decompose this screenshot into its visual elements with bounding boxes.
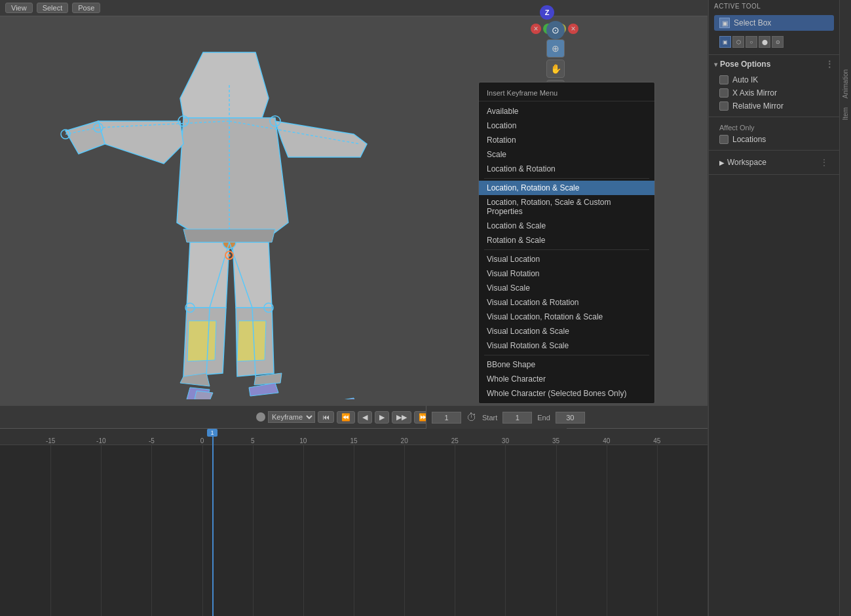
svg-marker-3	[66, 121, 105, 154]
next-frame-btn[interactable]: ▶▶	[392, 411, 411, 424]
menu-item-whole-character-selected[interactable]: Whole Character (Selected Bones Only)	[479, 386, 654, 401]
menu-item-visual-scale[interactable]: Visual Scale	[479, 281, 654, 295]
menu-item-location-rotation[interactable]: Location & Rotation	[479, 162, 654, 176]
menu-item-rotation-scale[interactable]: Rotation & Scale	[479, 233, 654, 247]
workspace-collapsible[interactable]: ▶ Workspace ⋮	[714, 154, 834, 170]
end-label: End	[537, 414, 550, 422]
auto-ik-checkbox[interactable]	[719, 75, 728, 84]
keyframe-type-select[interactable]: Keyframe	[268, 411, 315, 423]
timeline-marker-20: 20	[401, 437, 408, 444]
select-box-tool[interactable]: ▣ Select Box	[714, 15, 834, 31]
grid-line-0	[202, 445, 203, 616]
timeline-marker--5: -5	[149, 437, 155, 444]
menu-item-whole-character[interactable]: Whole Character	[479, 372, 654, 386]
prev-keyframe-btn[interactable]: ⏪	[337, 411, 355, 424]
menu-item-visual-location-rotation[interactable]: Visual Location & Rotation	[479, 295, 654, 310]
menu-item-scale[interactable]: Scale	[479, 147, 654, 162]
svg-marker-5	[187, 242, 229, 308]
menu-item-location-scale[interactable]: Location & Scale	[479, 219, 654, 233]
tool-grid-btn-4[interactable]: ⬤	[759, 36, 770, 48]
fullscreen-button[interactable]: ×	[568, 24, 578, 34]
timeline-marker-30: 30	[502, 437, 509, 444]
select-box-label: Select Box	[734, 18, 771, 27]
xaxis-mirror-label: X Axis Mirror	[732, 88, 777, 98]
timeline-marker--10: -10	[96, 437, 105, 444]
menu-item-location-rotation-scale-custom[interactable]: Location, Rotation, Scale & Custom Prope…	[479, 195, 654, 219]
close-button[interactable]: ×	[531, 24, 541, 34]
select-box-icon: ▣	[719, 18, 730, 28]
grid-line--5	[151, 445, 152, 616]
tool-grid-btn-2[interactable]: ⬡	[732, 36, 744, 48]
timeline-controls: Keyframe ⏮ ⏪ ◀ ▶ ▶▶ ⏩ ⏭	[0, 406, 708, 429]
relative-mirror-label: Relative Mirror	[732, 101, 784, 111]
timeline-marker-25: 25	[451, 437, 459, 444]
menu-separator	[484, 355, 649, 355]
active-tool-section: ▣ Select Box ▣ ⬡ ○ ⬤ ⊙	[709, 11, 839, 55]
prev-frame-btn[interactable]: ◀	[358, 411, 372, 424]
hand-tool[interactable]: ✋	[546, 60, 565, 78]
workspace-dots: ⋮	[820, 157, 829, 168]
timeline-marker-35: 35	[552, 437, 559, 444]
pose-options-collapse-icon: ▾	[714, 61, 717, 68]
grid-line-15	[354, 445, 354, 616]
tool-grid-btn-1[interactable]: ▣	[719, 36, 731, 48]
menu-item-visual-location[interactable]: Visual Location	[479, 252, 654, 266]
far-right-strip: Animation Item	[839, 0, 851, 616]
menu-item-visual-location-rotation-scale[interactable]: Visual Location, Rotation & Scale	[479, 310, 654, 324]
view-all-tool[interactable]: ⊕	[546, 39, 565, 58]
timeline-marker-40: 40	[603, 437, 610, 444]
current-frame-line	[212, 429, 214, 616]
end-frame-field[interactable]: 30	[556, 412, 585, 424]
menu-item-available[interactable]: Available	[479, 104, 654, 118]
viewport-pose-menu[interactable]: Pose	[72, 3, 100, 13]
relative-mirror-checkbox[interactable]	[719, 101, 728, 111]
xaxis-mirror-checkbox[interactable]	[719, 88, 728, 98]
auto-ik-row: Auto IK	[714, 73, 834, 86]
start-frame-field[interactable]: 1	[502, 412, 532, 424]
tool-grid: ▣ ⬡ ○ ⬤ ⊙	[714, 33, 834, 50]
timeline-marker--15: -15	[46, 437, 55, 444]
timeline-marker-15: 15	[350, 437, 357, 444]
xaxis-mirror-row: X Axis Mirror	[714, 86, 834, 100]
character-model	[39, 13, 419, 399]
workspace-arrow: ▶	[719, 159, 725, 166]
menu-item-visual-rotation-scale[interactable]: Visual Rotation & Scale	[479, 338, 654, 353]
grid-line-45	[657, 445, 658, 616]
viewport-view-menu[interactable]: View	[5, 3, 33, 13]
play-btn[interactable]: ▶	[375, 411, 389, 424]
tool-grid-btn-3[interactable]: ○	[746, 36, 757, 48]
svg-marker-2	[98, 121, 183, 164]
grid-line-30	[505, 445, 506, 616]
menu-item-visual-rotation[interactable]: Visual Rotation	[479, 266, 654, 281]
grid-line-25	[455, 445, 455, 616]
viewport-select-menu[interactable]: Select	[37, 3, 69, 13]
timeline-marker-10: 10	[299, 437, 307, 444]
menu-item-location-rotation-scale[interactable]: Location, Rotation & Scale	[479, 181, 654, 195]
svg-marker-0	[177, 118, 288, 242]
z-axis-orb[interactable]: Z	[540, 5, 554, 20]
menu-item-rotation[interactable]: Rotation	[479, 133, 654, 147]
menu-item-bbone-shape[interactable]: BBone Shape	[479, 357, 654, 372]
grid-line-35	[556, 445, 557, 616]
svg-marker-29	[249, 383, 278, 396]
start-label: Start	[482, 414, 497, 422]
tool-grid-btn-5[interactable]: ⊙	[772, 36, 784, 48]
menu-item-visual-location-scale[interactable]: Visual Location & Scale	[479, 324, 654, 338]
item-tab[interactable]: Item	[841, 103, 850, 124]
locations-checkbox[interactable]	[719, 135, 728, 144]
jump-start-btn[interactable]: ⏮	[318, 411, 334, 423]
menu-separator	[484, 178, 649, 179]
pose-options-dots: ⋮	[825, 59, 834, 69]
viewport-navigation-dot[interactable]: ⊙	[546, 21, 565, 39]
grid-line-20	[404, 445, 405, 616]
menu-item-location[interactable]: Location	[479, 118, 654, 133]
grid-line--15	[50, 445, 51, 616]
grid-line-10	[303, 445, 304, 616]
svg-marker-31	[183, 229, 275, 242]
grid-line-40	[607, 445, 607, 616]
svg-marker-9	[187, 321, 216, 361]
current-frame-field[interactable]: 1	[432, 412, 461, 424]
animation-tab[interactable]: Animation	[841, 65, 850, 102]
pose-options-section: ▾ Pose Options ⋮ Auto IK X Axis Mirror R…	[709, 55, 839, 117]
svg-marker-6	[233, 242, 272, 308]
